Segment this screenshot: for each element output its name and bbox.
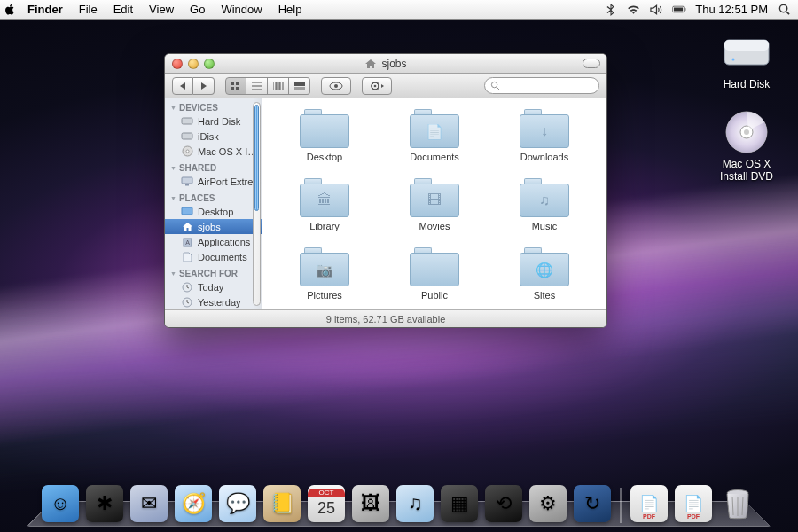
dock-trash[interactable] [718,484,757,523]
view-list-button[interactable] [246,77,268,95]
svg-rect-6 [724,40,769,51]
desktop-icon [181,206,193,217]
folder-icon: ↓ [520,109,569,148]
svg-rect-39 [182,118,192,124]
menu-view[interactable]: View [141,0,182,20]
svg-rect-1 [685,8,685,11]
folder-label: Public [421,290,448,301]
volume-icon[interactable] [649,3,663,17]
dock-app-preview[interactable]: 🖼 [351,484,390,523]
sidebar-item-label: sjobs [198,222,221,232]
menubar-clock[interactable]: Thu 12:51 PM [695,3,768,16]
dock-document-stack[interactable]: 📄PDF [630,484,669,523]
toolbar-toggle-button[interactable] [583,59,600,68]
sidebar-item-sjobs[interactable]: sjobs [165,219,262,234]
folder-public[interactable]: Public [390,247,479,301]
dock-app-ichat[interactable]: 💬 [218,484,257,523]
sidebar-item-mac-os-x-i-[interactable]: Mac OS X I… [165,144,262,159]
sidebar-section-header[interactable]: DEVICES [165,98,262,113]
sidebar-item-applications[interactable]: AApplications [165,234,262,249]
battery-icon[interactable] [672,3,686,17]
sidebar-item-hard-disk[interactable]: Hard Disk [165,113,262,129]
dock: ☺✱✉🧭💬📒OCT25🖼♫▦⟲⚙↻📄PDF📄PDF [27,479,771,527]
dock-app-systemprefs[interactable]: ⚙ [528,484,567,523]
sidebar-scrollbar[interactable] [253,102,261,306]
folder-library[interactable]: 🏛Library [280,178,369,231]
menu-file[interactable]: File [71,0,106,20]
quicklook-button[interactable] [321,77,351,95]
dock-app-timemachine[interactable]: ⟲ [484,484,523,523]
sidebar-section-header[interactable]: PLACES [165,189,262,204]
svg-rect-45 [182,207,192,215]
forward-button[interactable] [193,77,215,95]
svg-point-7 [732,59,735,61]
folder-desktop[interactable]: Desktop [280,109,369,162]
menubar-left: Finder File Edit View Go Window Help [20,0,309,20]
sidebar-section-header[interactable]: SEARCH FOR [165,264,262,279]
menu-app-name[interactable]: Finder [20,0,71,20]
titlebar[interactable]: sjobs [165,54,606,74]
view-buttons [225,77,310,95]
folder-pictures[interactable]: 📷Pictures [280,247,369,301]
folder-documents[interactable]: 📄Documents [390,109,479,162]
sidebar-item-airport-extreme[interactable]: AirPort Extreme [165,174,262,189]
dock-app-safari[interactable]: 🧭 [174,484,213,523]
sidebar-item-label: Applications [198,237,250,247]
view-icon-button[interactable] [225,77,246,95]
dock-app-sync[interactable]: ↻ [573,484,612,523]
folder-sites[interactable]: 🌐Sites [500,247,589,301]
svg-text:A: A [185,239,190,246]
bluetooth-icon[interactable] [603,3,617,17]
sidebar-item-yesterday[interactable]: Yesterday [165,294,262,309]
action-button[interactable] [362,77,392,95]
dock-app-ical[interactable]: OCT25 [307,484,346,523]
svg-rect-19 [273,82,276,90]
dock-app-finder[interactable]: ☺ [41,484,80,523]
folder-icon [300,109,349,148]
sidebar-item-label: iDisk [198,131,219,142]
svg-rect-20 [277,82,279,90]
folder-icon: 🏛 [300,178,349,217]
menu-edit[interactable]: Edit [106,0,141,20]
folder-music[interactable]: ♫Music [500,178,589,231]
dock-app-addressbook[interactable]: 📒 [262,484,301,523]
apple-menu[interactable] [0,4,20,15]
status-bar: 9 items, 62.71 GB available [165,309,606,327]
dock-app-mail[interactable]: ✉ [129,484,168,523]
sidebar-item-idisk[interactable]: iDisk [165,129,262,144]
menu-window[interactable]: Window [213,0,270,20]
sidebar-item-desktop[interactable]: Desktop [165,204,262,219]
back-button[interactable] [172,77,193,95]
desktop-icon-install-dvd[interactable]: Mac OS X Install DVD [711,110,782,183]
hard-disk-icon [721,30,772,74]
svg-point-42 [186,150,189,153]
menu-go[interactable]: Go [182,0,213,20]
zoom-button[interactable] [204,59,215,69]
view-column-button[interactable] [268,77,289,95]
view-coverflow-button[interactable] [289,77,310,95]
dock-document-stack-2[interactable]: 📄PDF [674,484,713,523]
search-input[interactable] [484,77,599,94]
wifi-icon[interactable] [626,3,640,17]
sidebar-item-documents[interactable]: Documents [165,249,262,264]
folder-downloads[interactable]: ↓Downloads [500,109,589,162]
dock-app-spaces[interactable]: ▦ [440,484,479,523]
folder-label: Sites [534,290,555,301]
dock-app-dashboard[interactable]: ✱ [85,484,124,523]
spotlight-icon[interactable] [777,3,791,17]
desktop-icon-label: Mac OS X Install DVD [711,158,782,183]
folder-label: Music [532,221,558,231]
minimize-button[interactable] [188,59,199,69]
sidebar-section-header[interactable]: SHARED [165,159,262,174]
desktop-icon-hard-disk[interactable]: Hard Disk [711,30,782,90]
sidebar-item-today[interactable]: Today [165,279,262,294]
dock-app-itunes[interactable]: ♫ [395,484,434,523]
sidebar-item-label: Desktop [198,207,233,217]
close-button[interactable] [172,59,183,69]
svg-point-26 [334,84,338,88]
sidebar-item-label: Mac OS X I… [198,146,257,157]
menu-help[interactable]: Help [270,0,310,20]
svg-rect-43 [182,177,192,184]
folder-movies[interactable]: 🎞Movies [390,178,479,231]
svg-rect-2 [674,8,683,12]
